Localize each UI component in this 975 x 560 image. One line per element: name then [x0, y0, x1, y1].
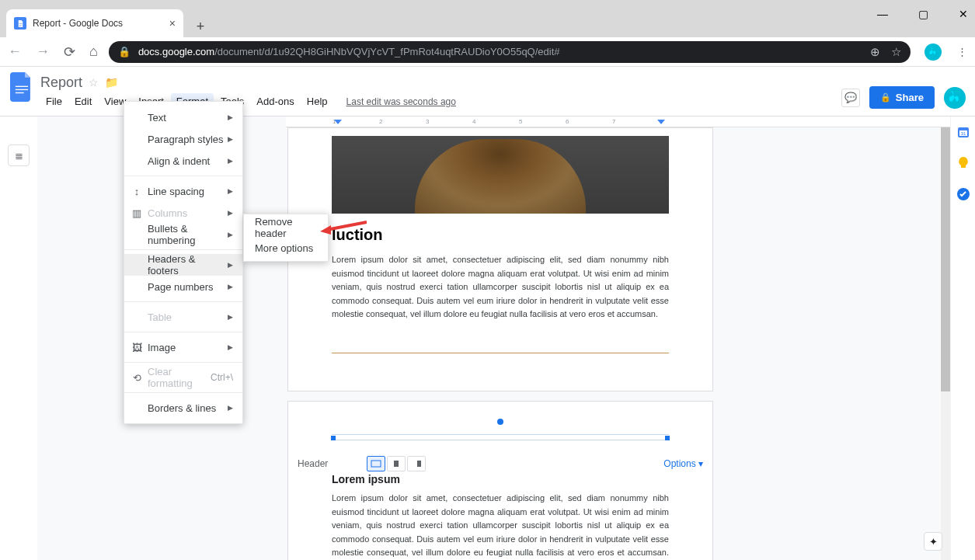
browser-tab[interactable]: Report - Google Docs ×	[6, 9, 183, 37]
reload-icon[interactable]: ⟳	[64, 43, 75, 61]
wrap-right-icon[interactable]	[407, 456, 426, 471]
close-icon[interactable]: ✕	[958, 8, 969, 20]
wrap-inline-icon[interactable]	[367, 456, 385, 471]
menu-help[interactable]: Help	[301, 93, 333, 110]
url-input[interactable]: 🔒 docs.google.com/document/d/1u92QH8GiHN…	[109, 41, 911, 63]
share-button[interactable]: 🔒Share	[869, 86, 935, 109]
docs-favicon	[14, 17, 26, 30]
side-panel-rail: 31	[950, 117, 975, 560]
heading-introduction[interactable]: luction	[332, 226, 669, 244]
browser-menu-icon[interactable]: ⋮	[957, 46, 967, 57]
url-path: /document/d/1u92QH8GiHNbVQVjYcVT_fPmRot4…	[214, 46, 559, 57]
account-avatar[interactable]	[944, 87, 966, 109]
format-item-line-spacing[interactable]: ↕Line spacing▶	[124, 180, 242, 202]
page-1: luction Lorem ipsum dolor sit amet, cons…	[287, 127, 713, 391]
submenu-item-remove-header[interactable]: Remove header	[244, 217, 328, 238]
svg-rect-5	[417, 461, 421, 467]
format-menu-dropdown: Text▶Paragraph styles▶Align & indent▶↕Li…	[124, 101, 243, 424]
header-toolbar: Header Options ▾	[288, 453, 712, 475]
tab-close-icon[interactable]: ×	[169, 17, 176, 30]
explore-button[interactable]: ✦	[924, 532, 942, 551]
format-item-align-indent[interactable]: Align & indent▶	[124, 150, 242, 172]
move-folder-icon[interactable]: 📁	[105, 76, 118, 89]
format-item-page-numbers[interactable]: Page numbers▶	[124, 276, 242, 297]
forward-icon: →	[36, 43, 50, 60]
menu-edit[interactable]: Edit	[69, 93, 97, 110]
lock-icon: 🔒	[118, 46, 131, 57]
window-titlebar: Report - Google Docs × + — ▢ ✕	[0, 0, 975, 37]
format-item-clear-formatting: ⟲Clear formattingCtrl+\	[124, 367, 242, 388]
format-item-columns: ▥Columns▶	[124, 202, 242, 224]
header-options-link[interactable]: Options ▾	[663, 458, 703, 469]
outline-toggle-icon[interactable]: ≣	[8, 144, 30, 166]
format-item-text[interactable]: Text▶	[124, 106, 242, 128]
menu-file[interactable]: File	[40, 93, 68, 110]
back-icon[interactable]: ←	[8, 43, 22, 60]
format-item-table: Table▶	[124, 306, 242, 328]
bookmark-star-icon[interactable]: ☆	[891, 45, 901, 59]
svg-text:31: 31	[960, 131, 966, 136]
home-icon[interactable]: ⌂	[89, 43, 98, 60]
doc-title[interactable]: Report	[40, 75, 82, 91]
horizontal-ruler[interactable]: 1234567	[286, 117, 950, 127]
format-item-paragraph-styles[interactable]: Paragraph styles▶	[124, 128, 242, 150]
body-paragraph-2[interactable]: Lorem ipsum dolor sit amet, consectetuer…	[288, 492, 712, 560]
svg-rect-0	[16, 86, 28, 87]
svg-rect-4	[394, 461, 399, 467]
format-item-bullets-numbering[interactable]: Bullets & numbering▶	[124, 224, 242, 245]
docs-logo-icon[interactable]	[8, 73, 36, 101]
submenu-item-more-options[interactable]: More options	[244, 238, 328, 258]
minimize-icon[interactable]: —	[877, 8, 888, 20]
url-domain: docs.google.com	[138, 46, 214, 57]
svg-rect-1	[16, 89, 28, 90]
maximize-icon[interactable]: ▢	[918, 8, 928, 20]
headers-footers-submenu: Remove headerMore options	[243, 214, 329, 262]
browser-address-bar: ← → ⟳ ⌂ 🔒 docs.google.com/document/d/1u9…	[0, 37, 975, 67]
new-tab-button[interactable]: +	[190, 16, 211, 37]
calendar-icon[interactable]: 31	[956, 124, 971, 140]
body-paragraph[interactable]: Lorem ipsum dolor sit amet, consectetuer…	[332, 253, 669, 322]
menu-add-ons[interactable]: Add-ons	[251, 93, 299, 110]
browser-tab-strip: Report - Google Docs × +	[6, 5, 211, 37]
extension-icon[interactable]	[925, 43, 942, 61]
svg-rect-3	[371, 461, 381, 467]
lock-icon: 🔒	[880, 92, 891, 103]
tab-title: Report - Google Docs	[33, 18, 123, 29]
divider-line	[332, 353, 669, 353]
format-item-headers-footers[interactable]: Headers & footers▶	[124, 254, 242, 276]
svg-rect-2	[16, 92, 24, 93]
format-item-image[interactable]: 🖼Image▶	[124, 336, 242, 358]
tasks-icon[interactable]	[956, 186, 971, 202]
document-image[interactable]	[332, 136, 669, 214]
zoom-icon[interactable]: ⊕	[870, 45, 880, 59]
header-label: Header	[294, 458, 331, 469]
vertical-scrollbar[interactable]	[941, 127, 950, 560]
comments-icon[interactable]: 💬	[841, 89, 860, 107]
annotation-arrow	[320, 219, 367, 235]
last-edit-link[interactable]: Last edit was seconds ago	[341, 94, 461, 110]
wrap-center-icon[interactable]	[387, 456, 406, 471]
header-selection[interactable]	[332, 430, 669, 448]
keep-icon[interactable]	[956, 155, 971, 171]
star-icon[interactable]: ☆	[89, 76, 99, 89]
page-2: Header Options ▾ Lorem ipsum Lorem ipsum…	[287, 401, 713, 560]
outline-rail: ≣	[0, 117, 37, 560]
format-item-borders-lines[interactable]: Borders & lines▶	[124, 397, 242, 419]
